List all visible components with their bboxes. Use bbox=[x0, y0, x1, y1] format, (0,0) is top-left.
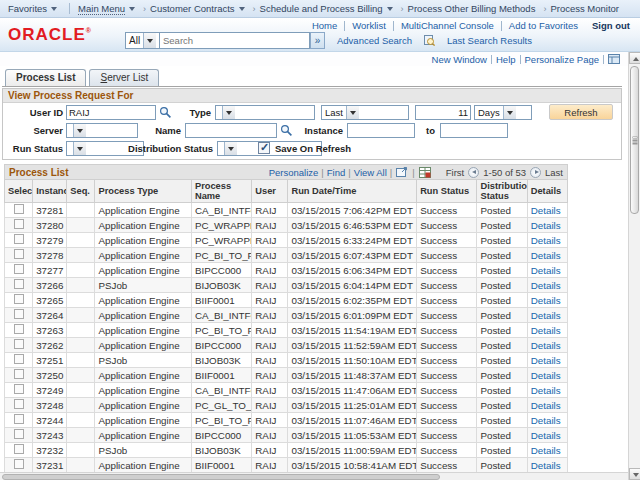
details-link[interactable]: Details bbox=[531, 370, 561, 381]
row-select-checkbox[interactable] bbox=[14, 354, 24, 364]
type-select[interactable] bbox=[215, 105, 315, 120]
tab-process-list[interactable]: Process List bbox=[5, 69, 86, 86]
instance-label: Instance bbox=[299, 125, 343, 136]
details-link[interactable]: Details bbox=[531, 265, 561, 276]
scroll-up-icon[interactable] bbox=[629, 52, 640, 64]
row-select-checkbox[interactable] bbox=[14, 204, 24, 214]
row-select-checkbox[interactable] bbox=[14, 384, 24, 394]
pager-last-link[interactable]: Last bbox=[545, 167, 563, 178]
name-input[interactable] bbox=[185, 123, 277, 138]
days-unit-select[interactable]: Days bbox=[474, 105, 532, 120]
server-label: Server bbox=[11, 125, 63, 136]
row-select-checkbox[interactable] bbox=[14, 309, 24, 319]
scroll-down-icon[interactable] bbox=[629, 468, 640, 480]
advanced-search-link[interactable]: Advanced Search bbox=[337, 35, 412, 46]
breadcrumb-main-menu[interactable]: Main Menu bbox=[78, 3, 135, 15]
process-name-cell[interactable]: BIJOB03K bbox=[191, 443, 251, 458]
server-select[interactable] bbox=[66, 123, 138, 138]
refresh-button[interactable]: Refresh bbox=[549, 104, 613, 120]
details-link[interactable]: Details bbox=[531, 250, 561, 261]
worklist-link[interactable]: Worklist bbox=[352, 20, 386, 31]
run-datetime-cell: 03/15/2015 6:33:24PM EDT bbox=[288, 233, 417, 248]
details-link[interactable]: Details bbox=[531, 235, 561, 246]
save-on-refresh-checkbox[interactable] bbox=[258, 142, 270, 154]
search-go-button[interactable] bbox=[310, 32, 325, 49]
vertical-scrollbar[interactable] bbox=[628, 52, 640, 480]
details-link[interactable]: Details bbox=[531, 445, 561, 456]
add-to-favorites-link[interactable]: Add to Favorites bbox=[509, 20, 578, 31]
run-status-cell: Success bbox=[417, 443, 477, 458]
user-id-input[interactable] bbox=[66, 105, 156, 120]
sign-out-link[interactable]: Sign out bbox=[592, 20, 630, 31]
home-link[interactable]: Home bbox=[312, 20, 337, 31]
vertical-scrollbar-thumb[interactable] bbox=[630, 66, 639, 214]
details-link[interactable]: Details bbox=[531, 220, 561, 231]
zoom-popup-icon[interactable] bbox=[396, 167, 408, 177]
help-link[interactable]: Help bbox=[496, 54, 516, 65]
row-select-checkbox[interactable] bbox=[14, 444, 24, 454]
search-input[interactable] bbox=[160, 32, 310, 49]
row-select-checkbox[interactable] bbox=[14, 249, 24, 259]
breadcrumb-schedule-process-billing[interactable]: Schedule and Process Billing bbox=[260, 3, 393, 14]
download-to-excel-icon[interactable] bbox=[419, 167, 431, 178]
row-select-checkbox[interactable] bbox=[14, 339, 24, 349]
details-link[interactable]: Details bbox=[531, 460, 561, 471]
details-link[interactable]: Details bbox=[531, 280, 561, 291]
search-scope-select[interactable]: All bbox=[125, 32, 160, 49]
personalize-layout-icon[interactable] bbox=[608, 54, 620, 64]
pager-next-icon[interactable] bbox=[530, 167, 541, 178]
details-link[interactable]: Details bbox=[531, 355, 561, 366]
row-select-checkbox[interactable] bbox=[14, 399, 24, 409]
pager-prev-icon[interactable] bbox=[468, 167, 479, 178]
new-window-link[interactable]: New Window bbox=[432, 54, 487, 65]
row-select-checkbox[interactable] bbox=[14, 459, 24, 469]
find-link[interactable]: Find bbox=[327, 167, 345, 178]
days-count-input[interactable] bbox=[415, 105, 471, 120]
breadcrumb-favorites[interactable]: Favorites bbox=[8, 3, 57, 14]
process-name-cell[interactable]: BIJOB03K bbox=[191, 278, 251, 293]
row-select-checkbox[interactable] bbox=[14, 429, 24, 439]
personalize-link[interactable]: Personalize bbox=[269, 167, 319, 178]
pager-first-link[interactable]: First bbox=[446, 167, 464, 178]
details-link[interactable]: Details bbox=[531, 340, 561, 351]
name-lookup-icon[interactable] bbox=[280, 124, 293, 137]
run-datetime-cell: 03/15/2015 11:25:01AM EDT bbox=[288, 398, 417, 413]
instance-to-input[interactable] bbox=[440, 123, 508, 138]
process-name-cell[interactable]: BIJOB03K bbox=[191, 353, 251, 368]
details-link[interactable]: Details bbox=[531, 325, 561, 336]
distribution-status-cell: Posted bbox=[477, 443, 527, 458]
last-select[interactable]: Last bbox=[321, 105, 409, 120]
breadcrumb-process-other-billing[interactable]: Process Other Billing Methods bbox=[408, 3, 536, 14]
instance-from-input[interactable] bbox=[347, 123, 415, 138]
details-link[interactable]: Details bbox=[531, 430, 561, 441]
row-select-checkbox[interactable] bbox=[14, 294, 24, 304]
breadcrumb-customer-contracts[interactable]: Customer Contracts bbox=[150, 3, 244, 14]
user-id-lookup-icon[interactable] bbox=[159, 106, 172, 119]
details-link[interactable]: Details bbox=[531, 400, 561, 411]
seq-cell bbox=[67, 278, 95, 293]
row-select-checkbox[interactable] bbox=[14, 219, 24, 229]
row-select-checkbox[interactable] bbox=[14, 324, 24, 334]
process-list-table: Select Instance Seq. Process Type Proces… bbox=[4, 179, 568, 473]
details-link[interactable]: Details bbox=[531, 310, 561, 321]
details-link[interactable]: Details bbox=[531, 295, 561, 306]
tab-server-list[interactable]: Server List bbox=[89, 69, 159, 86]
multichannel-console-link[interactable]: MultiChannel Console bbox=[401, 20, 494, 31]
user-cell: RAIJ bbox=[252, 353, 288, 368]
details-link[interactable]: Details bbox=[531, 415, 561, 426]
view-all-link[interactable]: View All bbox=[354, 167, 387, 178]
process-type-cell: PSJob bbox=[95, 353, 192, 368]
table-row: 37251 PSJob BIJOB03K RAIJ 03/15/2015 11:… bbox=[5, 353, 568, 368]
last-search-results-link[interactable]: Last Search Results bbox=[447, 35, 532, 46]
personalize-page-link[interactable]: Personalize Page bbox=[525, 54, 599, 65]
row-select-checkbox[interactable] bbox=[14, 369, 24, 379]
horizontal-scrollbar[interactable] bbox=[0, 472, 628, 480]
table-row: 37231 Application Engine BIIF0001 RAIJ 0… bbox=[5, 458, 568, 473]
details-link[interactable]: Details bbox=[531, 385, 561, 396]
horizontal-scrollbar-thumb[interactable] bbox=[2, 474, 440, 480]
row-select-checkbox[interactable] bbox=[14, 414, 24, 424]
row-select-checkbox[interactable] bbox=[14, 234, 24, 244]
row-select-checkbox[interactable] bbox=[14, 279, 24, 289]
details-link[interactable]: Details bbox=[531, 205, 561, 216]
row-select-checkbox[interactable] bbox=[14, 264, 24, 274]
